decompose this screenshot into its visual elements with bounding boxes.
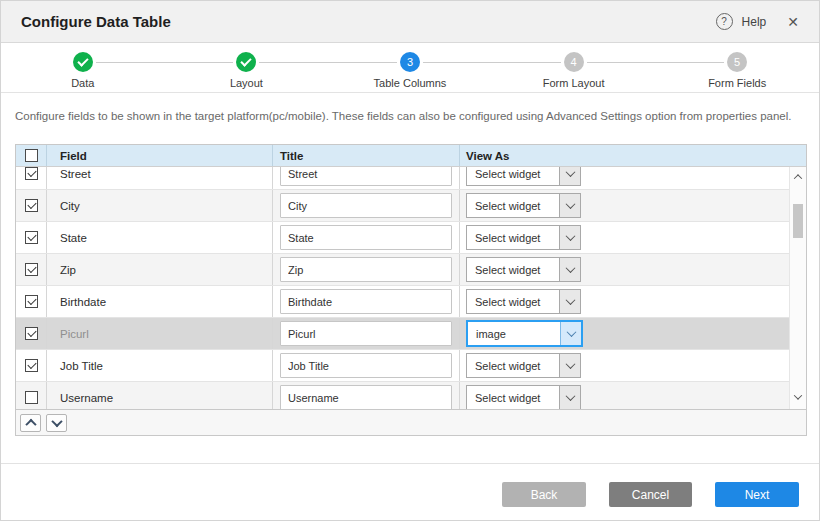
next-button[interactable]: Next: [715, 482, 799, 507]
dialog-title-bar: Configure Data Table ? Help ✕: [1, 1, 819, 43]
table-body: Street Select widget City Select widget …: [16, 167, 806, 409]
check-icon: [73, 52, 93, 72]
scroll-down-icon[interactable]: [795, 387, 801, 407]
title-input[interactable]: [280, 321, 452, 346]
move-down-button[interactable]: [46, 414, 67, 432]
step-layout[interactable]: Layout: [165, 43, 329, 92]
cancel-button[interactable]: Cancel: [609, 482, 692, 507]
row-checkbox[interactable]: [25, 327, 38, 340]
table-row[interactable]: Zip Select widget: [16, 254, 791, 286]
select-all-checkbox[interactable]: [25, 149, 38, 162]
row-checkbox[interactable]: [25, 199, 38, 212]
step-label: Data: [71, 77, 94, 89]
view-as-select[interactable]: image: [466, 320, 583, 347]
row-checkbox[interactable]: [25, 263, 38, 276]
scroll-up-icon[interactable]: [795, 167, 801, 187]
dialog-actions: Back Cancel Next: [1, 482, 819, 507]
field-name-label: Picurl: [60, 328, 89, 340]
view-as-select[interactable]: Select widget: [466, 167, 581, 186]
step-data[interactable]: Data: [1, 43, 165, 92]
view-as-value: Select widget: [467, 290, 559, 313]
step-table-columns[interactable]: 3 Table Columns: [328, 43, 492, 92]
view-as-value: Select widget: [467, 258, 559, 281]
row-checkbox[interactable]: [25, 391, 38, 404]
view-as-value: Select widget: [467, 386, 559, 409]
title-input[interactable]: [280, 385, 452, 409]
field-name-label: Job Title: [60, 360, 103, 372]
chevron-down-icon[interactable]: [559, 258, 580, 281]
scrollbar-thumb[interactable]: [793, 204, 803, 238]
table-body-rows: Street Select widget City Select widget …: [16, 167, 791, 409]
fields-table: Field Title View As Street Select widget…: [15, 144, 807, 436]
chevron-down-icon[interactable]: [559, 226, 580, 249]
view-as-select[interactable]: Select widget: [466, 289, 581, 314]
row-checkbox[interactable]: [25, 359, 38, 372]
step-label: Layout: [230, 77, 263, 89]
table-footer: [16, 409, 806, 435]
view-as-value: image: [468, 322, 560, 345]
step-label: Table Columns: [374, 77, 447, 89]
chevron-down-icon[interactable]: [559, 167, 580, 185]
page-title: Configure Data Table: [21, 13, 716, 30]
footer-divider: [1, 463, 819, 464]
title-input[interactable]: [280, 193, 452, 218]
view-as-select[interactable]: Select widget: [466, 225, 581, 250]
step-form-fields[interactable]: 5 Form Fields: [655, 43, 819, 92]
row-checkbox[interactable]: [25, 231, 38, 244]
table-row[interactable]: Birthdate Select widget: [16, 286, 791, 318]
chevron-down-icon[interactable]: [559, 354, 580, 377]
table-row[interactable]: Street Select widget: [16, 167, 791, 190]
table-row[interactable]: State Select widget: [16, 222, 791, 254]
table-header-row: Field Title View As: [16, 145, 806, 167]
close-icon[interactable]: ✕: [787, 14, 799, 30]
view-as-select[interactable]: Select widget: [466, 257, 581, 282]
table-row[interactable]: Username Select widget: [16, 382, 791, 409]
table-row[interactable]: Picurl image: [16, 318, 791, 350]
view-as-value: Select widget: [467, 194, 559, 217]
field-name-label: Zip: [60, 264, 76, 276]
view-as-select[interactable]: Select widget: [466, 193, 581, 218]
check-icon: [236, 52, 256, 72]
title-input[interactable]: [280, 289, 452, 314]
step-number: 4: [564, 52, 584, 72]
view-as-value: Select widget: [467, 226, 559, 249]
title-input[interactable]: [280, 353, 452, 378]
field-name-label: Street: [60, 168, 91, 180]
view-as-value: Select widget: [467, 167, 559, 185]
column-header-title: Title: [272, 145, 459, 166]
wizard-stepper: Data Layout 3 Table Columns 4 Form Layou…: [1, 43, 819, 93]
help-link[interactable]: Help: [742, 15, 767, 29]
configure-data-table-dialog: Configure Data Table ? Help ✕ Data Layou…: [0, 0, 820, 521]
title-input[interactable]: [280, 257, 452, 282]
help-icon[interactable]: ?: [716, 13, 733, 30]
vertical-scrollbar[interactable]: [789, 167, 806, 409]
back-button[interactable]: Back: [502, 482, 586, 507]
step-label: Form Fields: [708, 77, 766, 89]
move-up-button[interactable]: [20, 414, 41, 432]
view-as-select[interactable]: Select widget: [466, 385, 581, 409]
column-header-view-as: View As: [459, 145, 806, 166]
row-checkbox[interactable]: [25, 295, 38, 308]
step-number: 3: [400, 52, 420, 72]
field-name-label: City: [60, 200, 80, 212]
step-label: Form Layout: [543, 77, 605, 89]
field-name-label: State: [60, 232, 87, 244]
table-row[interactable]: Job Title Select widget: [16, 350, 791, 382]
step-number: 5: [727, 52, 747, 72]
description-text: Configure fields to be shown in the targ…: [15, 109, 805, 123]
table-row[interactable]: City Select widget: [16, 190, 791, 222]
field-name-label: Birthdate: [60, 296, 106, 308]
row-checkbox[interactable]: [25, 167, 38, 180]
title-input[interactable]: [280, 167, 452, 186]
view-as-value: Select widget: [467, 354, 559, 377]
chevron-down-icon[interactable]: [559, 194, 580, 217]
chevron-down-icon[interactable]: [559, 386, 580, 409]
chevron-down-icon[interactable]: [559, 290, 580, 313]
step-form-layout[interactable]: 4 Form Layout: [492, 43, 656, 92]
field-name-label: Username: [60, 392, 113, 404]
chevron-down-icon[interactable]: [560, 322, 581, 345]
view-as-select[interactable]: Select widget: [466, 353, 581, 378]
title-input[interactable]: [280, 225, 452, 250]
column-header-field: Field: [46, 145, 272, 166]
